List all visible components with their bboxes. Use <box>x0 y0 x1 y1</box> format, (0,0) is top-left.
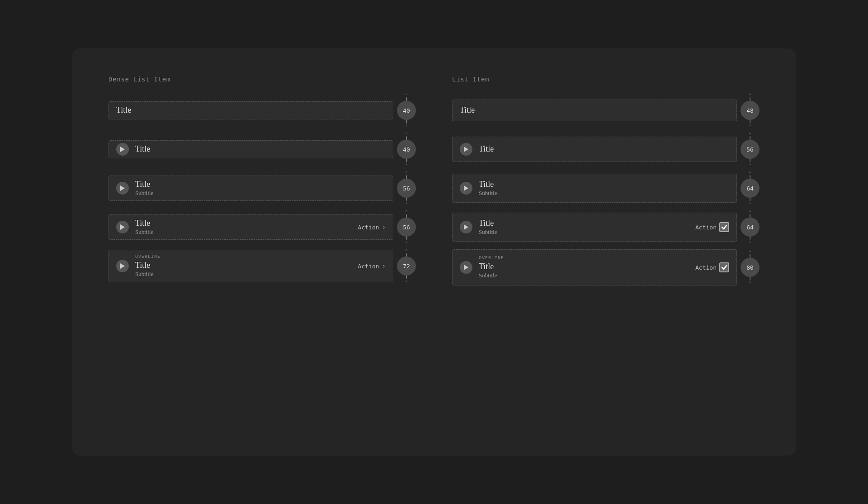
item-title: Title <box>460 105 729 115</box>
action-area[interactable]: Action › <box>358 262 386 270</box>
item-subtitle: Subtitle <box>135 228 352 236</box>
play-icon <box>460 143 472 156</box>
svg-marker-2 <box>120 224 125 230</box>
play-icon <box>460 182 472 195</box>
action-area[interactable]: Action <box>695 262 729 272</box>
action-area[interactable]: Action › <box>358 223 386 231</box>
height-badge-wrapper: ⌃ 40 ⌄ <box>397 94 416 127</box>
dense-column: Dense List Item Title ⌃ 40 <box>108 76 416 285</box>
play-icon <box>116 260 129 272</box>
item-subtitle: Subtitle <box>135 271 352 278</box>
normal-item-4[interactable]: Title Subtitle Action <box>452 213 737 242</box>
action-label: Action <box>358 263 379 270</box>
height-badge: 80 <box>741 258 760 277</box>
normal-column-title: List Item <box>452 76 760 83</box>
columns-wrapper: Dense List Item Title ⌃ 40 <box>108 76 760 285</box>
height-badge-wrapper: ⌃ 64 ⌄ <box>741 171 760 205</box>
height-badge-wrapper: ⌃ 64 ⌄ <box>741 210 760 244</box>
item-overline: Overline <box>479 255 689 262</box>
list-item: Title ⌃ 56 ⌄ <box>452 133 760 166</box>
play-icon <box>116 221 129 233</box>
height-badge: 72 <box>397 257 416 276</box>
item-title: Title <box>479 218 689 228</box>
height-value: 40 <box>403 107 410 114</box>
height-badge-wrapper: ⌃ 40 ⌄ <box>397 133 416 166</box>
normal-column: List Item Title ⌃ 48 <box>452 76 760 285</box>
height-value: 80 <box>746 264 754 271</box>
svg-marker-4 <box>464 147 468 152</box>
dense-item-4[interactable]: Title Subtitle Action › <box>108 214 393 240</box>
text-content: Title Subtitle <box>479 218 689 236</box>
dense-list: Title ⌃ 40 ⌄ <box>108 94 416 283</box>
normal-item-2[interactable]: Title <box>452 137 737 162</box>
height-value: 56 <box>746 146 754 153</box>
play-icon <box>116 143 129 156</box>
text-content: Title Subtitle <box>479 179 729 197</box>
list-item: Overline Title Subtitle Action › ⌃ <box>108 249 416 283</box>
svg-marker-7 <box>464 265 468 270</box>
list-item: Title Subtitle ⌃ 56 ⌄ <box>108 171 416 205</box>
dense-item-5[interactable]: Overline Title Subtitle Action › <box>108 250 393 282</box>
list-item: Title Subtitle Action <box>452 210 760 244</box>
action-area[interactable]: Action <box>695 222 729 232</box>
svg-marker-3 <box>120 263 125 269</box>
action-label: Action <box>695 224 717 231</box>
item-title: Title <box>135 260 352 271</box>
list-item: Title Subtitle ⌃ 64 ⌄ <box>452 171 760 205</box>
text-content: Overline Title Subtitle <box>479 255 689 280</box>
text-content: Title <box>135 144 386 154</box>
action-label: Action <box>358 224 379 231</box>
checkbox-icon[interactable] <box>719 262 729 272</box>
height-badge-wrapper: ⌃ 56 ⌄ <box>741 133 760 166</box>
height-badge: 56 <box>397 218 416 237</box>
dense-item-2[interactable]: Title <box>108 140 393 158</box>
height-badge-wrapper: ⌃ 80 ⌄ <box>741 251 760 284</box>
chevron-right-icon: › <box>382 262 386 270</box>
height-badge-wrapper: ⌃ 48 ⌄ <box>741 94 760 127</box>
play-icon <box>460 261 472 274</box>
height-value: 40 <box>403 146 410 153</box>
height-badge-wrapper: ⌃ 56 ⌄ <box>397 171 416 205</box>
list-item: Title Subtitle Action › ⌃ 56 <box>108 210 416 244</box>
chevron-right-icon: › <box>382 223 386 231</box>
item-title: Title <box>479 144 729 154</box>
height-badge: 40 <box>397 101 416 120</box>
play-icon <box>460 221 472 233</box>
height-badge: 48 <box>741 101 760 120</box>
normal-list: Title ⌃ 48 ⌄ <box>452 94 760 285</box>
item-subtitle: Subtitle <box>479 272 689 280</box>
dense-column-title: Dense List Item <box>108 76 416 83</box>
svg-marker-5 <box>464 185 468 191</box>
main-container: Dense List Item Title ⌃ 40 <box>72 48 796 456</box>
dense-item-3[interactable]: Title Subtitle <box>108 176 393 201</box>
height-value: 48 <box>746 107 754 114</box>
action-label: Action <box>695 264 717 271</box>
height-badge: 56 <box>741 140 760 159</box>
dense-item-1[interactable]: Title <box>108 101 393 119</box>
text-content: Title <box>460 105 729 115</box>
svg-marker-1 <box>120 185 125 191</box>
text-content: Title Subtitle <box>135 218 352 236</box>
item-title: Title <box>135 179 386 190</box>
item-subtitle: Subtitle <box>135 190 386 197</box>
item-title: Title <box>135 218 352 228</box>
normal-item-3[interactable]: Title Subtitle <box>452 174 737 203</box>
text-content: Title <box>479 144 729 154</box>
item-title: Title <box>135 144 386 154</box>
text-content: Title Subtitle <box>135 179 386 197</box>
height-value: 64 <box>746 224 754 231</box>
item-subtitle: Subtitle <box>479 190 729 197</box>
svg-marker-6 <box>464 224 468 230</box>
height-badge: 56 <box>397 179 416 198</box>
height-badge: 64 <box>741 179 760 198</box>
height-value: 64 <box>746 185 754 192</box>
normal-item-1[interactable]: Title <box>452 100 737 121</box>
svg-marker-0 <box>120 147 125 152</box>
item-subtitle: Subtitle <box>479 228 689 236</box>
checkbox-icon[interactable] <box>719 222 729 232</box>
height-value: 72 <box>403 263 410 270</box>
normal-item-5[interactable]: Overline Title Subtitle Action <box>452 249 737 285</box>
item-title: Title <box>479 179 729 190</box>
height-value: 56 <box>403 224 410 231</box>
list-item: Overline Title Subtitle Action <box>452 249 760 285</box>
